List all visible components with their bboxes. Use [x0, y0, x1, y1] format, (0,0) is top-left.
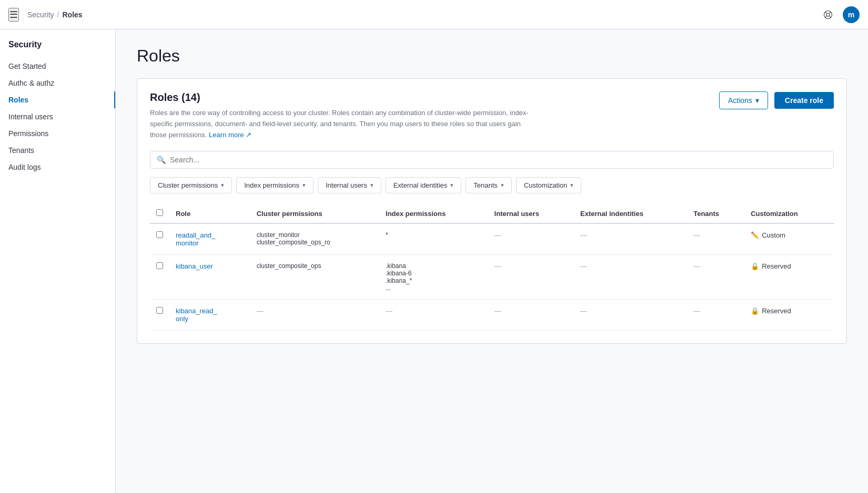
- lock-icon: 🔒: [751, 307, 759, 315]
- svg-line-5: [830, 12, 831, 13]
- learn-more-link[interactable]: Learn more ↗: [209, 131, 251, 139]
- row1-external-id-cell: —: [574, 223, 687, 255]
- sidebar-item-get-started[interactable]: Get Started: [0, 58, 115, 75]
- filter-tenants[interactable]: Tenants ▾: [466, 177, 512, 193]
- filter-index-permissions-chevron: ▾: [302, 182, 306, 189]
- filter-internal-users-label: Internal users: [326, 181, 367, 189]
- help-icon: [823, 10, 833, 19]
- row1-external-id-dash: —: [580, 231, 587, 239]
- header-index-permissions: Index permissions: [379, 204, 488, 223]
- header-role: Role: [169, 204, 250, 223]
- main-content: Roles Roles (14) Roles are the core way …: [116, 29, 868, 493]
- row1-customization-badge: ✏️ Custom: [751, 231, 827, 239]
- filter-customization-label: Customization: [524, 181, 567, 189]
- sidebar-item-internal-users[interactable]: Internal users: [0, 108, 115, 125]
- hamburger-menu[interactable]: ☰: [8, 8, 19, 22]
- row2-external-id-dash: —: [580, 262, 587, 270]
- row1-internal-users-dash: —: [494, 231, 501, 239]
- row1-customization-label: Custom: [762, 231, 785, 239]
- sidebar-item-roles[interactable]: Roles: [0, 91, 115, 108]
- sidebar-item-authc-authz[interactable]: Authc & authz: [0, 75, 115, 91]
- filter-cluster-permissions[interactable]: Cluster permissions ▾: [150, 177, 232, 193]
- sidebar: Security Get Started Authc & authz Roles…: [0, 29, 116, 493]
- filter-index-permissions[interactable]: Index permissions ▾: [236, 177, 314, 193]
- row1-checkbox[interactable]: [156, 231, 163, 238]
- roles-card: Roles (14) Roles are the core way of con…: [137, 78, 847, 344]
- user-avatar[interactable]: m: [843, 6, 860, 23]
- filter-tenants-label: Tenants: [473, 181, 498, 189]
- row2-index-perms-cell: .kibana .kibana-6 .kibana_* ...: [379, 255, 488, 300]
- row1-cluster-perms-cell: cluster_monitor cluster_composite_ops_ro: [250, 223, 379, 255]
- sidebar-item-audit-logs[interactable]: Audit logs: [0, 159, 115, 176]
- row2-checkbox[interactable]: [156, 262, 163, 269]
- filter-customization[interactable]: Customization ▾: [516, 177, 581, 193]
- filter-internal-users-chevron: ▾: [370, 182, 374, 189]
- filter-cluster-permissions-chevron: ▾: [221, 182, 224, 189]
- row2-index-perm-1: .kibana: [386, 262, 482, 270]
- search-icon: 🔍: [157, 156, 166, 164]
- sidebar-item-permissions[interactable]: Permissions: [0, 125, 115, 142]
- create-role-button[interactable]: Create role: [774, 92, 834, 109]
- row2-index-perm-3: .kibana_*: [386, 277, 482, 284]
- row3-checkbox[interactable]: [156, 307, 163, 314]
- row1-customization-cell: ✏️ Custom: [744, 223, 834, 255]
- help-icon-button[interactable]: [820, 6, 836, 23]
- breadcrumb-parent[interactable]: Security: [27, 11, 54, 19]
- table-row: kibana_user cluster_composite_ops .kiban…: [150, 255, 834, 300]
- header-checkbox-col: [150, 204, 169, 223]
- header-external-indentities: External indentities: [574, 204, 687, 223]
- row1-tenants-cell: —: [687, 223, 744, 255]
- row1-tenants-dash: —: [693, 231, 700, 239]
- row1-role-link[interactable]: readall_and_monitor: [176, 231, 215, 247]
- row3-role-link[interactable]: kibana_read_only: [176, 307, 217, 323]
- row3-index-perms-dash: —: [386, 307, 392, 315]
- row2-checkbox-cell: [150, 255, 169, 300]
- filter-bar: Cluster permissions ▾ Index permissions …: [150, 177, 834, 193]
- filter-external-identities-label: External identities: [393, 181, 448, 189]
- card-actions: Actions ▾ Create role: [719, 91, 834, 109]
- row3-external-id-dash: —: [580, 307, 587, 315]
- search-bar: 🔍: [150, 151, 834, 169]
- filter-external-identities[interactable]: External identities ▾: [386, 177, 462, 193]
- search-input[interactable]: [170, 156, 827, 164]
- select-all-checkbox[interactable]: [156, 209, 163, 216]
- layout: Security Get Started Authc & authz Roles…: [0, 29, 868, 493]
- row3-customization-badge: 🔒 Reserved: [751, 307, 827, 315]
- row1-internal-users-cell: —: [488, 223, 574, 255]
- row2-index-perm-2: .kibana-6: [386, 270, 482, 277]
- row2-customization-label: Reserved: [762, 262, 791, 270]
- breadcrumb-separator: /: [57, 11, 59, 19]
- row3-external-id-cell: —: [574, 300, 687, 331]
- row3-customization-cell: 🔒 Reserved: [744, 300, 834, 331]
- filter-tenants-chevron: ▾: [501, 182, 504, 189]
- row2-tenants-cell: —: [687, 255, 744, 300]
- filter-internal-users[interactable]: Internal users ▾: [318, 177, 381, 193]
- row3-tenants-dash: —: [693, 307, 700, 315]
- header-cluster-permissions: Cluster permissions: [250, 204, 379, 223]
- row3-role-cell: kibana_read_only: [169, 300, 250, 331]
- card-header: Roles (14) Roles are the core way of con…: [150, 91, 834, 140]
- sidebar-title: Security: [0, 40, 115, 58]
- row2-cluster-perms-cell: cluster_composite_ops: [250, 255, 379, 300]
- row2-cluster-perm-1: cluster_composite_ops: [257, 262, 373, 270]
- sidebar-item-tenants[interactable]: Tenants: [0, 142, 115, 159]
- row2-role-link[interactable]: kibana_user: [176, 262, 213, 270]
- row3-cluster-perms-cell: —: [250, 300, 379, 331]
- roles-table-wrap: Role Cluster permissions Index permissio…: [150, 204, 834, 331]
- actions-button[interactable]: Actions ▾: [719, 91, 768, 109]
- row3-cluster-perms-dash: —: [257, 307, 264, 315]
- row1-role-cell: readall_and_monitor: [169, 223, 250, 255]
- row2-customization-badge: 🔒 Reserved: [751, 262, 827, 270]
- row2-index-perm-more: ...: [386, 284, 482, 292]
- row3-internal-users-cell: —: [488, 300, 574, 331]
- card-description: Roles are the core way of controlling ac…: [150, 108, 529, 140]
- table-header-row: Role Cluster permissions Index permissio…: [150, 204, 834, 223]
- filter-external-identities-chevron: ▾: [450, 182, 453, 189]
- pencil-icon: ✏️: [751, 231, 759, 239]
- row2-internal-users-cell: —: [488, 255, 574, 300]
- row1-index-perm-1: *: [386, 231, 482, 239]
- header-tenants: Tenants: [687, 204, 744, 223]
- table-row: readall_and_monitor cluster_monitor clus…: [150, 223, 834, 255]
- row3-tenants-cell: —: [687, 300, 744, 331]
- topbar: ☰ Security / Roles m: [0, 0, 868, 29]
